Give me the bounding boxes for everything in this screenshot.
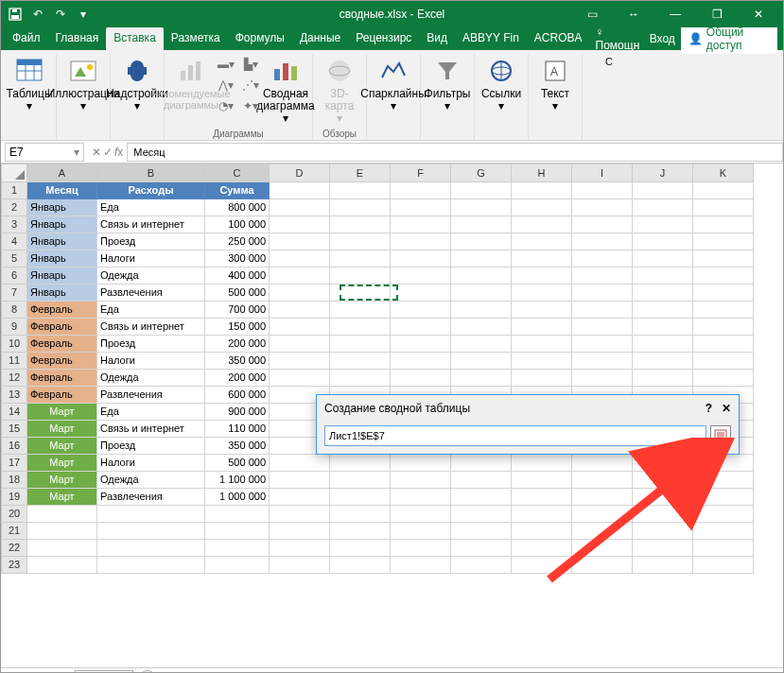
close-button[interactable]: ✕ xyxy=(738,1,779,27)
svg-rect-1 xyxy=(11,15,19,19)
save-button[interactable] xyxy=(5,4,26,25)
row-header[interactable]: 10 xyxy=(1,336,27,353)
col-header[interactable]: I xyxy=(572,164,633,182)
cancel-formula[interactable]: ✕ xyxy=(92,146,101,159)
dialog-close-button[interactable]: ✕ xyxy=(722,402,731,415)
row-header[interactable]: 12 xyxy=(1,370,27,387)
minimize-button[interactable]: — xyxy=(654,1,696,27)
col-header[interactable]: K xyxy=(693,164,754,182)
tab-formulas[interactable]: Формулы xyxy=(228,27,292,50)
redo-button[interactable]: ↷ xyxy=(50,4,71,25)
filters-button[interactable]: Фильтры▾ xyxy=(427,56,468,112)
row-header[interactable]: 14 xyxy=(1,404,27,421)
symbols-button[interactable]: С xyxy=(588,56,630,67)
svg-rect-2 xyxy=(12,9,17,12)
row-header[interactable]: 22 xyxy=(1,540,27,557)
col-header[interactable]: J xyxy=(633,164,693,182)
add-sheet-button[interactable]: + xyxy=(139,670,156,674)
col-header[interactable]: D xyxy=(270,164,330,182)
undo-button[interactable]: ↶ xyxy=(27,4,48,25)
links-button[interactable]: Ссылки▾ xyxy=(480,56,522,112)
quick-access-toolbar: ↶ ↷ ▾ xyxy=(5,1,94,27)
text-button[interactable]: AТекст▾ xyxy=(534,56,576,112)
col-header[interactable]: G xyxy=(451,164,512,182)
row-header[interactable]: 9 xyxy=(1,319,27,336)
qat-customize[interactable]: ▾ xyxy=(73,4,94,25)
svg-rect-4 xyxy=(17,60,42,65)
sheet-tabs: ◄ ► Лист1 + xyxy=(1,667,783,673)
spreadsheet-grid[interactable]: A B C D E F G H I J K 1МесяцРасходыСумма… xyxy=(1,164,783,667)
tab-file[interactable]: Файл xyxy=(5,27,48,50)
svg-point-10 xyxy=(87,64,93,70)
dialog-help-button[interactable]: ? xyxy=(706,402,712,415)
svg-marker-19 xyxy=(438,62,457,79)
pivot-chart-button[interactable]: Сводная диаграмма ▾ xyxy=(265,56,306,126)
row-header[interactable]: 18 xyxy=(1,472,27,489)
row-header[interactable]: 16 xyxy=(1,438,27,455)
row-header[interactable]: 23 xyxy=(1,557,27,574)
row-header[interactable]: 4 xyxy=(1,233,27,250)
svg-rect-12 xyxy=(188,65,193,80)
range-picker-button[interactable] xyxy=(710,425,731,446)
fx-button[interactable]: fx xyxy=(114,146,123,159)
row-header[interactable]: 5 xyxy=(1,250,27,267)
row-header[interactable]: 13 xyxy=(1,387,27,404)
accept-formula[interactable]: ✓ xyxy=(103,146,113,159)
maximize-button[interactable]: ❐ xyxy=(696,1,738,27)
recommended-charts-button: Рекомендуемые диаграммы xyxy=(170,56,212,111)
row-header[interactable]: 3 xyxy=(1,216,27,233)
tab-acrobat[interactable]: ACROBA xyxy=(527,27,590,50)
select-all-corner[interactable] xyxy=(1,164,27,182)
tab-data[interactable]: Данные xyxy=(292,27,348,50)
ribbon-options-icon[interactable]: ↔ xyxy=(613,1,654,27)
create-pivot-dialog: Создание сводной таблицы ? ✕ xyxy=(316,394,740,455)
range-input[interactable] xyxy=(324,425,706,446)
row-header[interactable]: 7 xyxy=(1,285,27,302)
col-header[interactable]: A xyxy=(27,164,97,182)
name-box[interactable]: E7▾ xyxy=(5,143,84,162)
share-button[interactable]: 👤Общий доступ xyxy=(681,24,777,54)
tell-me[interactable]: ♀ Помощн xyxy=(596,26,644,52)
tab-insert[interactable]: Вставка xyxy=(106,27,164,50)
ribbon: Таблицы▾ Иллюстрации▾ Надстройки▾ Рекоме… xyxy=(1,50,783,141)
row-header[interactable]: 17 xyxy=(1,455,27,472)
svg-rect-14 xyxy=(274,69,280,80)
row-header[interactable]: 2 xyxy=(1,199,27,216)
col-header[interactable]: C xyxy=(205,164,270,182)
row-header[interactable]: 15 xyxy=(1,421,27,438)
svg-rect-8 xyxy=(71,61,96,80)
row-header[interactable]: 11 xyxy=(1,353,27,370)
tab-home[interactable]: Главная xyxy=(48,27,107,50)
dialog-title: Создание сводной таблицы xyxy=(324,402,470,415)
row-header[interactable]: 8 xyxy=(1,302,27,319)
sparklines-button[interactable]: Спарклайны▾ xyxy=(373,56,414,112)
row-header[interactable]: 19 xyxy=(1,489,27,506)
tables-button[interactable]: Таблицы▾ xyxy=(9,56,50,112)
col-header[interactable]: F xyxy=(391,164,451,182)
col-header[interactable]: H xyxy=(512,164,572,182)
login-link[interactable]: Вход xyxy=(650,32,675,45)
tab-review[interactable]: Рецензирс xyxy=(348,27,419,50)
formula-input[interactable]: Месяц xyxy=(127,143,783,162)
ribbon-tabs: Файл Главная Вставка Разметка Формулы Да… xyxy=(1,27,783,50)
tab-abbyy[interactable]: ABBYY Fin xyxy=(455,27,527,50)
svg-rect-13 xyxy=(196,61,200,80)
svg-text:A: A xyxy=(550,65,558,78)
tab-view[interactable]: Вид xyxy=(419,27,455,50)
row-header[interactable]: 6 xyxy=(1,267,27,285)
row-header[interactable]: 20 xyxy=(1,506,27,523)
svg-rect-15 xyxy=(283,63,288,80)
title-bar: ↶ ↷ ▾ сводные.xlsx - Excel ▭ ↔ — ❐ ✕ xyxy=(1,1,783,27)
row-header[interactable]: 21 xyxy=(1,523,27,540)
col-header[interactable]: E xyxy=(330,164,391,182)
svg-rect-16 xyxy=(291,66,297,80)
chart-type-buttons: ▬▾⋀▾◔▾ xyxy=(216,56,236,114)
svg-rect-11 xyxy=(181,71,185,80)
window-title: сводные.xlsx - Excel xyxy=(340,8,445,21)
formula-bar: E7▾ ✕ ✓ fx Месяц xyxy=(1,141,783,164)
row-header[interactable]: 1 xyxy=(1,182,27,199)
col-header[interactable]: B xyxy=(97,164,205,182)
ribbon-box-icon[interactable]: ▭ xyxy=(571,1,613,27)
tab-layout[interactable]: Разметка xyxy=(164,27,228,50)
illustrations-button[interactable]: Иллюстрации▾ xyxy=(62,56,104,112)
